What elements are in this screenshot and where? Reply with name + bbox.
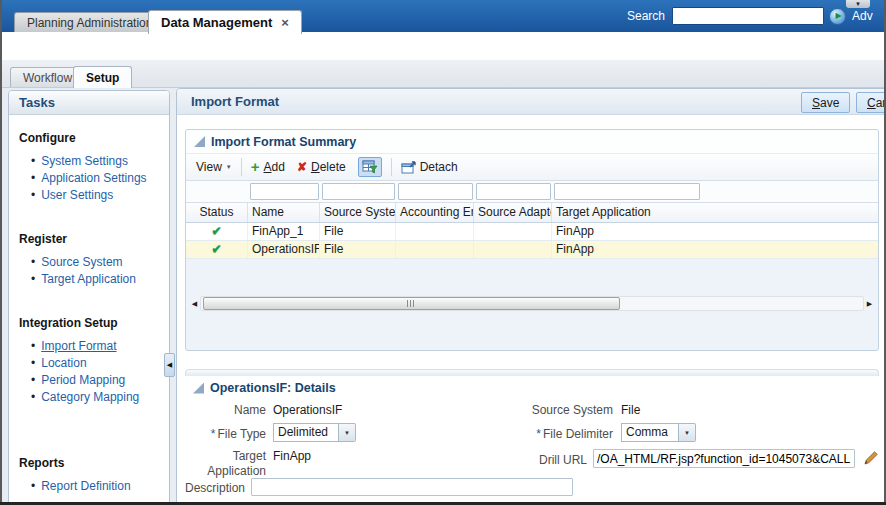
toolbar-separator [241,158,242,176]
add-button[interactable]: + Add [251,160,285,174]
sidebar-item-category-mapping[interactable]: Category Mapping [19,389,163,406]
window-tab-data-management[interactable]: Data Management × [148,10,302,34]
sidebar-item-label[interactable]: Import Format [41,339,116,353]
scrollbar-track[interactable] [200,296,864,311]
disclosure-triangle-icon[interactable] [193,383,204,394]
file-type-select[interactable]: Delimited ▼ [273,423,356,442]
section-cap [185,369,879,376]
sidebar-item-report-definition[interactable]: Report Definition [19,478,163,495]
sidebar-item-location[interactable]: Location [19,355,163,372]
description-label: Description [185,481,245,496]
sidebar-item-import-format[interactable]: Import Format [19,338,163,355]
source-system-value: File [621,403,640,418]
filter-input-name[interactable] [250,183,319,200]
column-header-source-system[interactable]: Source System [320,203,396,222]
column-header-status[interactable]: Status [186,203,248,222]
dropdown-button[interactable]: ▼ [339,423,356,442]
table-row[interactable]: ✔ OperationsIF File FinApp [186,241,878,259]
scroll-right-icon[interactable]: ▶ [864,300,875,308]
target-application-cell: FinApp [552,241,878,258]
section-heading: Reports [19,456,163,470]
scroll-left-icon[interactable]: ◀ [189,300,200,308]
sidebar-item-label[interactable]: Category Mapping [41,390,139,404]
tab-label: Setup [86,71,119,85]
detach-label: Detach [420,160,458,174]
target-application-value: FinApp [273,449,311,464]
save-button[interactable]: Save [801,92,850,113]
disclosure-triangle-icon[interactable] [194,136,205,147]
file-type-label: *File Type [185,427,266,442]
view-menu-button[interactable]: View ▼ [196,160,232,174]
tasks-panel: Tasks Configure System Settings Applicat… [8,90,170,505]
status-cell: ✔ [186,223,248,240]
sidebar-item-target-application[interactable]: Target Application [19,271,163,288]
tab-setup[interactable]: Setup [73,66,132,88]
sidebar-item-label[interactable]: Report Definition [41,479,130,493]
table-header-row: Status Name Source System Accounting Ent… [186,203,878,223]
sidebar-item-label[interactable]: System Settings [41,154,128,168]
toolbar-separator [391,158,392,176]
drill-url-input[interactable] [593,449,855,468]
name-label: Name [185,403,266,418]
sidebar-item-application-settings[interactable]: Application Settings [19,170,163,187]
window-tab-planning-administration[interactable]: Planning Administration [14,12,165,32]
advanced-search-link[interactable]: Adv [852,9,886,23]
filter-input-source-system[interactable] [322,183,395,200]
content-area: Tasks Configure System Settings Applicat… [0,88,886,505]
file-delimiter-label: *File Delimiter [465,427,613,442]
task-section-integration-setup: Integration Setup Import Format Location… [19,316,163,406]
table-row[interactable]: ✔ FinApp_1 File FinApp [186,223,878,241]
scrollbar-thumb[interactable] [203,297,620,310]
horizontal-scrollbar[interactable]: ◀ ▶ [189,295,875,312]
cancel-button[interactable]: Cancel [856,92,886,113]
sidebar-item-label[interactable]: Source System [41,255,122,269]
accounting-entity-cell [396,241,474,258]
description-input[interactable] [251,478,573,496]
delete-button[interactable]: ✘ Delete [297,160,346,174]
file-delimiter-select[interactable]: Comma ▼ [621,423,696,442]
task-section-register: Register Source System Target Applicatio… [19,232,163,288]
detach-button[interactable]: Detach [401,160,458,174]
sidebar-item-system-settings[interactable]: System Settings [19,153,163,170]
window-tab-label: Planning Administration [27,16,152,30]
operationsif-details-section: OperationsIF: Details Name OperationsIF … [185,369,879,505]
details-section-title: OperationsIF: Details [210,381,336,395]
search-input[interactable] [672,7,824,25]
source-adapter-cell [474,241,552,258]
query-by-example-button[interactable] [358,157,382,177]
file-type-selected-value: Delimited [273,423,339,442]
sidebar-item-label[interactable]: User Settings [41,188,113,202]
column-header-accounting-entity[interactable]: Accounting Entity [396,203,474,222]
chevron-down-icon: ▼ [344,430,350,436]
sidebar-item-label[interactable]: Target Application [41,272,136,286]
sidebar-item-label[interactable]: Application Settings [41,171,146,185]
sidebar-item-source-system[interactable]: Source System [19,254,163,271]
sidebar-collapse-handle[interactable]: ◀ [164,353,175,377]
source-system-label: Source System [465,403,613,418]
column-header-name[interactable]: Name [248,203,320,222]
file-type-label-text: File Type [218,427,266,441]
filter-input-accounting-entity[interactable] [398,183,473,200]
import-format-summary-section: Import Format Summary View ▼ + Add ✘ Del… [185,129,879,351]
filter-input-source-adapter[interactable] [476,183,551,200]
summary-toolbar: View ▼ + Add ✘ Delete [186,154,878,181]
import-format-panel: Import Format Save Cancel Import Format … [176,88,886,505]
search-go-button[interactable]: ▶ [829,8,846,25]
top-collapse-notch[interactable]: ▼ [846,0,870,8]
edit-pencil-icon[interactable] [863,449,880,466]
column-header-target-application[interactable]: Target Application [552,203,878,222]
close-icon[interactable]: × [281,18,289,28]
summary-title-row: Import Format Summary [186,130,878,154]
panel-header: Import Format Save Cancel [177,89,885,115]
sidebar-item-user-settings[interactable]: User Settings [19,187,163,204]
summary-section-title: Import Format Summary [211,135,356,149]
column-header-source-adapter[interactable]: Source Adapter [474,203,552,222]
dropdown-button[interactable]: ▼ [679,423,696,442]
delete-icon: ✘ [297,160,307,174]
tasks-panel-title: Tasks [9,91,169,115]
sidebar-item-label[interactable]: Location [41,356,86,370]
sidebar-item-label[interactable]: Period Mapping [41,373,125,387]
sidebar-item-period-mapping[interactable]: Period Mapping [19,372,163,389]
window-tab-label: Data Management [161,15,272,30]
filter-input-target-application[interactable] [554,183,700,200]
